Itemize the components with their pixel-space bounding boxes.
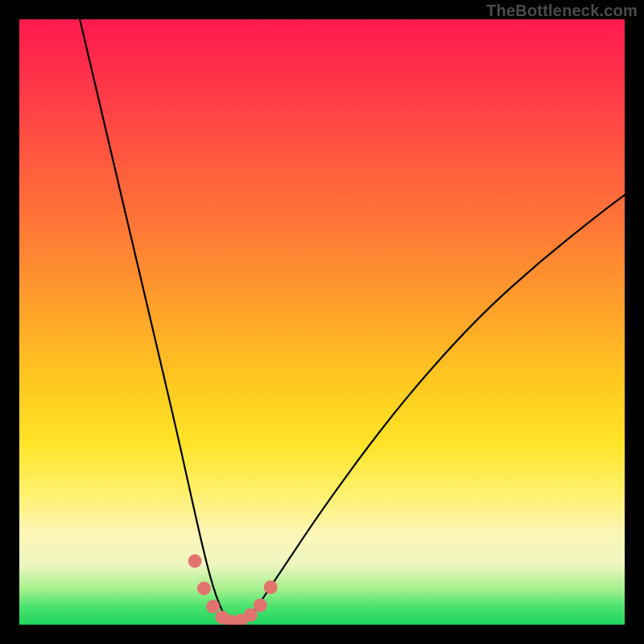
marker-dot [206,600,220,613]
curve-layer [19,19,625,625]
marker-dot [254,598,267,612]
watermark-text: TheBottleneck.com [486,2,638,20]
marker-dots [188,555,278,625]
plot-area [19,19,625,625]
marker-dot [197,581,211,595]
marker-dot [244,609,258,622]
marker-dot [188,555,202,568]
chart-frame [19,19,625,625]
marker-dot [264,580,278,594]
bottleneck-curve [80,19,625,623]
